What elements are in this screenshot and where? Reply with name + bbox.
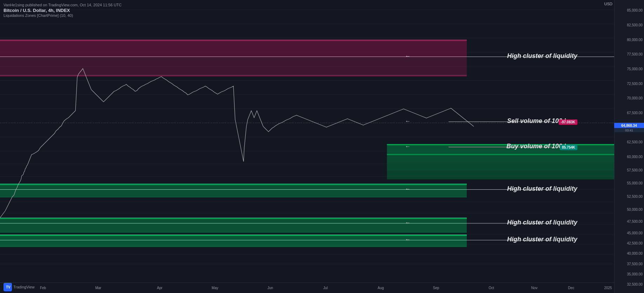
liq2-arrow: ← bbox=[405, 220, 411, 226]
price-35000: 35,000.00 bbox=[627, 272, 643, 276]
price-42500: 42,500.00 bbox=[627, 241, 643, 245]
svg-rect-33 bbox=[0, 196, 467, 197]
liq3-arrow: ← bbox=[405, 236, 411, 243]
svg-rect-29 bbox=[387, 162, 615, 171]
x-label-2025: 2025 bbox=[604, 286, 612, 290]
sell-badge: -97.083K bbox=[559, 119, 577, 125]
price-40000: 40,000.00 bbox=[627, 252, 643, 255]
high-liquidity-3-label: High cluster of liquidity bbox=[507, 236, 577, 243]
svg-rect-38 bbox=[0, 234, 467, 236]
usd-axis-label: USD bbox=[604, 2, 612, 6]
svg-rect-32 bbox=[0, 184, 467, 185]
price-67500: 67,500.00 bbox=[627, 111, 643, 115]
x-label-jun: Jun bbox=[267, 286, 273, 290]
svg-rect-30 bbox=[387, 171, 615, 179]
current-time-label: 03:41 bbox=[614, 128, 644, 132]
published-by: VanHe1sing published on TradingView.com,… bbox=[4, 3, 122, 7]
price-60000: 60,000.00 bbox=[627, 155, 643, 159]
price-82500: 82,500.00 bbox=[627, 23, 643, 27]
high-liquidity-2-label: High cluster of liquidity bbox=[507, 219, 577, 226]
current-price-area: 64,868.34 03:41 bbox=[614, 123, 644, 132]
svg-rect-23 bbox=[0, 75, 467, 76]
svg-rect-35 bbox=[0, 217, 467, 219]
price-72500: 72,500.00 bbox=[627, 82, 643, 85]
price-77500: 77,500.00 bbox=[627, 52, 643, 56]
x-label-apr: Apr bbox=[157, 286, 162, 290]
svg-rect-28 bbox=[387, 154, 615, 155]
symbol-title: Bitcoin / U.S. Dollar, 4h, INDEX bbox=[4, 8, 122, 13]
high-liquidity-1-label: High cluster of liquidity bbox=[507, 185, 577, 193]
svg-rect-39 bbox=[0, 246, 467, 247]
price-axis: 85,000.00 82,500.00 80,000.00 77,500.00 … bbox=[614, 0, 644, 293]
svg-rect-24 bbox=[0, 40, 467, 57]
x-label-dec: Dec bbox=[568, 286, 575, 290]
price-50000: 50,000.00 bbox=[627, 208, 643, 211]
buy-vol-arrow: ← bbox=[405, 143, 411, 150]
x-label-oct: Oct bbox=[489, 286, 494, 290]
svg-rect-31 bbox=[0, 184, 467, 196]
svg-text:TV: TV bbox=[6, 285, 11, 289]
svg-rect-26 bbox=[387, 144, 615, 145]
liq1-arrow: ← bbox=[405, 186, 411, 192]
x-label-jul: Jul bbox=[323, 286, 328, 290]
tradingview-watermark: TV TradingView bbox=[4, 283, 35, 291]
chart-area: High cluster of liquidity ← -97.083K Sel… bbox=[0, 0, 614, 282]
price-47500: 47,500.00 bbox=[627, 219, 643, 223]
x-label-nov: Nov bbox=[531, 286, 538, 290]
sell-arrow-left: ← bbox=[405, 53, 411, 59]
svg-rect-36 bbox=[0, 232, 467, 233]
high-liquidity-label-top: High cluster of liquidity bbox=[507, 52, 577, 60]
price-80000: 80,000.00 bbox=[627, 38, 643, 41]
price-70000: 70,000.00 bbox=[627, 96, 643, 100]
indicator-title: Liquidations Zones [ChartPrime] (10, 40) bbox=[4, 13, 122, 18]
svg-rect-25 bbox=[387, 144, 615, 154]
chart-container: VanHe1sing published on TradingView.com,… bbox=[0, 0, 644, 293]
tv-text-label: TradingView bbox=[13, 285, 35, 289]
svg-rect-34 bbox=[0, 217, 467, 232]
x-label-may: May bbox=[212, 286, 218, 290]
x-label-mar: Mar bbox=[95, 286, 101, 290]
price-32500: 32,500.00 bbox=[627, 282, 643, 286]
x-label-aug: Aug bbox=[378, 286, 384, 290]
current-price-label: 64,868.34 bbox=[614, 123, 644, 128]
price-62500: 62,500.00 bbox=[627, 140, 643, 144]
x-label-sep: Sep bbox=[433, 286, 439, 290]
price-37500: 37,500.00 bbox=[627, 262, 643, 266]
price-75000: 75,000.00 bbox=[627, 67, 643, 71]
x-axis: Feb Mar Apr May Jun Jul Aug Sep Oct Nov … bbox=[0, 282, 614, 293]
price-55000: 55,000.00 bbox=[627, 181, 643, 185]
chart-header: VanHe1sing published on TradingView.com,… bbox=[4, 3, 122, 18]
price-57500: 57,500.00 bbox=[627, 168, 643, 172]
price-52500: 52,500.00 bbox=[627, 194, 643, 198]
tv-logo-icon: TV bbox=[4, 283, 12, 291]
buy-badge: 85.754K bbox=[560, 145, 577, 150]
price-85000: 85,000.00 bbox=[627, 8, 643, 12]
sell-vol-arrow: ← bbox=[405, 118, 411, 124]
x-label-feb: Feb bbox=[40, 286, 46, 290]
price-45000: 45,000.00 bbox=[627, 231, 643, 235]
svg-rect-27 bbox=[387, 154, 615, 162]
